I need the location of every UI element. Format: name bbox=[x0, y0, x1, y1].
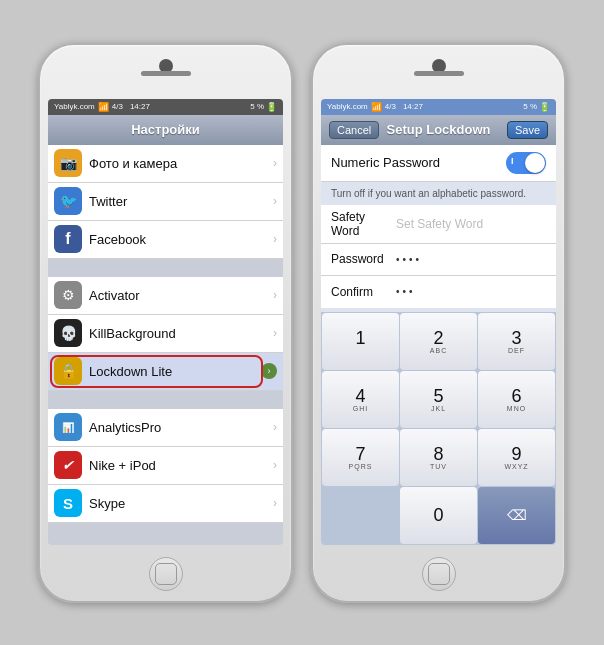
settings-group-3: 📊 AnalyticsPro › ✔ Nike + iPod › S Skype bbox=[48, 409, 283, 523]
password-label: Password bbox=[331, 252, 396, 266]
home-button-2[interactable] bbox=[422, 557, 456, 591]
confirm-row: Confirm ••• bbox=[321, 276, 556, 308]
skype-chevron: › bbox=[273, 496, 277, 510]
facebook-label: Facebook bbox=[89, 232, 266, 247]
key-7-letters: PQRS bbox=[349, 463, 373, 470]
numeric-password-row: Numeric Password I bbox=[321, 145, 556, 182]
phone-2: Yablyk.com 📶 4/3 14:27 5 % 🔋 Cancel Setu… bbox=[311, 43, 566, 603]
hint-text: Turn off if you want an alphabetic passw… bbox=[321, 182, 556, 205]
killbg-icon: 💀 bbox=[54, 319, 82, 347]
row-analytics[interactable]: 📊 AnalyticsPro › bbox=[48, 409, 283, 447]
key-6[interactable]: 6 MNO bbox=[478, 371, 555, 428]
key-2-letters: ABC bbox=[430, 347, 447, 354]
nav-bar-1: Настройки bbox=[48, 115, 283, 145]
cancel-button[interactable]: Cancel bbox=[329, 121, 379, 139]
row-foto[interactable]: 📷 Фото и камера › bbox=[48, 145, 283, 183]
twitter-chevron: › bbox=[273, 194, 277, 208]
battery-icon-2: 🔋 bbox=[539, 102, 550, 112]
row-twitter[interactable]: 🐦 Twitter › bbox=[48, 183, 283, 221]
row-killbg[interactable]: 💀 KillBackground › bbox=[48, 315, 283, 353]
key-7[interactable]: 7 PQRS bbox=[322, 429, 399, 486]
nike-chevron: › bbox=[273, 458, 277, 472]
row-activator[interactable]: ⚙ Activator › bbox=[48, 277, 283, 315]
key-1-num: 1 bbox=[355, 329, 365, 347]
key-4-num: 4 bbox=[355, 387, 365, 405]
row-skype[interactable]: S Skype › bbox=[48, 485, 283, 523]
facebook-chevron: › bbox=[273, 232, 277, 246]
confirm-dots: ••• bbox=[396, 286, 546, 297]
toggle-knob bbox=[525, 153, 545, 173]
key-8-num: 8 bbox=[433, 445, 443, 463]
skype-icon: S bbox=[54, 489, 82, 517]
numpad: 1 2 ABC 3 DEF 4 bbox=[321, 312, 556, 545]
foto-label: Фото и камера bbox=[89, 156, 266, 171]
killbg-chevron: › bbox=[273, 326, 277, 340]
password-row: Password •••• bbox=[321, 244, 556, 276]
twitter-icon: 🐦 bbox=[54, 187, 82, 215]
key-3[interactable]: 3 DEF bbox=[478, 313, 555, 370]
analytics-label: AnalyticsPro bbox=[89, 420, 266, 435]
row-nike[interactable]: ✔ Nike + iPod › bbox=[48, 447, 283, 485]
twitter-label: Twitter bbox=[89, 194, 266, 209]
lockdown-chevron: › bbox=[261, 363, 277, 379]
key-2-num: 2 bbox=[433, 329, 443, 347]
key-9-num: 9 bbox=[511, 445, 521, 463]
analytics-icon: 📊 bbox=[54, 413, 82, 441]
battery-2: 5 % bbox=[523, 102, 537, 111]
phones-container: Yablyk.com 📶 4/3 14:27 5 % 🔋 Настройки М… bbox=[28, 33, 576, 613]
foto-chevron: › bbox=[273, 156, 277, 170]
facebook-icon: f bbox=[54, 225, 82, 253]
confirm-label: Confirm bbox=[331, 285, 396, 299]
key-9-letters: WXYZ bbox=[504, 463, 528, 470]
battery-icon-1: 🔋 bbox=[266, 102, 277, 112]
setup-content: Numeric Password I Turn off if you want … bbox=[321, 145, 556, 545]
settings-group-1: 📷 Фото и камера › 🐦 Twitter › f Facebook bbox=[48, 145, 283, 259]
activator-chevron: › bbox=[273, 288, 277, 302]
key-5[interactable]: 5 JKL bbox=[400, 371, 477, 428]
safety-word-placeholder: Set Safety Word bbox=[396, 217, 546, 231]
wifi-icon-1: 📶 bbox=[98, 102, 109, 112]
foto-icon: 📷 bbox=[54, 149, 82, 177]
key-2[interactable]: 2 ABC bbox=[400, 313, 477, 370]
key-7-num: 7 bbox=[355, 445, 365, 463]
numeric-password-label: Numeric Password bbox=[331, 155, 506, 170]
time-2: 14:27 bbox=[403, 102, 423, 111]
nav-title-1: Настройки bbox=[131, 122, 200, 137]
key-9[interactable]: 9 WXYZ bbox=[478, 429, 555, 486]
phone-1: Yablyk.com 📶 4/3 14:27 5 % 🔋 Настройки М… bbox=[38, 43, 293, 603]
signal-2: 4/3 bbox=[385, 102, 396, 111]
activator-label: Activator bbox=[89, 288, 266, 303]
status-bar-2: Yablyk.com 📶 4/3 14:27 5 % 🔋 bbox=[321, 99, 556, 115]
settings-group-2: ⚙ Activator › 💀 KillBackground › 🔒 Lockd… bbox=[48, 277, 283, 391]
key-6-letters: MNO bbox=[507, 405, 526, 412]
key-4[interactable]: 4 GHI bbox=[322, 371, 399, 428]
battery-1: 5 % bbox=[250, 102, 264, 111]
screen-2: Yablyk.com 📶 4/3 14:27 5 % 🔋 Cancel Setu… bbox=[321, 99, 556, 545]
row-facebook[interactable]: f Facebook › bbox=[48, 221, 283, 259]
password-dots: •••• bbox=[396, 254, 546, 265]
row-lockdown[interactable]: 🔒 Lockdown Lite › bbox=[48, 353, 283, 391]
analytics-chevron: › bbox=[273, 420, 277, 434]
numeric-password-toggle[interactable]: I bbox=[506, 152, 546, 174]
key-1-letters bbox=[359, 347, 362, 354]
safety-word-label: Safety Word bbox=[331, 210, 396, 238]
nike-label: Nike + iPod bbox=[89, 458, 266, 473]
key-3-letters: DEF bbox=[508, 347, 525, 354]
key-0-num: 0 bbox=[433, 506, 443, 524]
key-5-num: 5 bbox=[433, 387, 443, 405]
home-button-1[interactable] bbox=[149, 557, 183, 591]
settings-content-1: Мир Appleв одномсайте 📷 Фото и камера › … bbox=[48, 145, 283, 545]
save-button[interactable]: Save bbox=[507, 121, 548, 139]
key-4-letters: GHI bbox=[353, 405, 368, 412]
key-1[interactable]: 1 bbox=[322, 313, 399, 370]
nav-bar-2: Cancel Setup Lockdown Save bbox=[321, 115, 556, 145]
key-3-num: 3 bbox=[511, 329, 521, 347]
key-8-letters: TUV bbox=[430, 463, 447, 470]
setup-nav-title: Setup Lockdown bbox=[387, 122, 491, 137]
key-8[interactable]: 8 TUV bbox=[400, 429, 477, 486]
carrier-1: Yablyk.com bbox=[54, 102, 95, 111]
speaker-2 bbox=[414, 71, 464, 76]
key-delete[interactable]: ⌫ bbox=[478, 487, 555, 544]
divider-2 bbox=[48, 391, 283, 409]
key-0[interactable]: 0 bbox=[400, 487, 477, 544]
